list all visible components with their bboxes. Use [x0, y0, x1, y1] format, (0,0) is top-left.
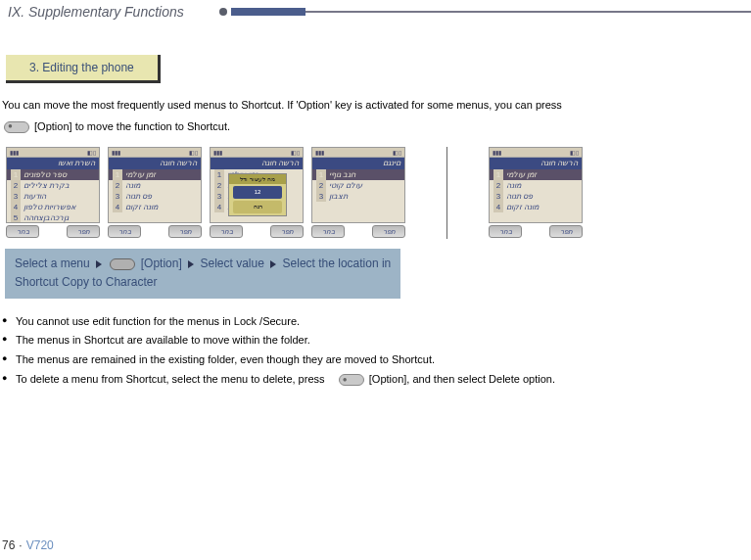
screen-1-list: 1ספר טלפונים 2בקרת צלילים 3הודעות 4אפשרו… — [7, 169, 99, 223]
header-accent-block — [231, 8, 305, 16]
model-name: V720 — [26, 538, 54, 552]
popup-title: מה לעשור ודל — [229, 174, 286, 184]
phone-screen-4: ▮▮▮◧▯ םינגם 1חגב גוףי 2עולם קוטי 3תצבון … — [311, 147, 405, 239]
instr-part2: [Option] — [141, 257, 182, 270]
option-key-icon — [4, 121, 29, 133]
chapter-title: IX. Supplementary Functions — [0, 0, 184, 23]
section-heading: 3. Editing the phone — [6, 55, 161, 83]
screen-5-list: 1זמן עולמי 2מונה 3פס תנוה 4מונה זקום — [490, 169, 582, 212]
screen-2-list: 1זמן עולמי 2מונה 3פס תנוה 4מונה זקום — [109, 169, 201, 212]
popup-row-2: רגח — [233, 201, 282, 213]
note-4: To delete a menu from Shortcut, select t… — [2, 370, 749, 390]
option-key-icon — [110, 258, 135, 270]
page-footer: 76·V720 — [2, 538, 54, 552]
screen-4-list: 1חגב גוףי 2עולם קוטי 3תצבון — [312, 169, 404, 202]
intro-line-1: You can move the most frequently used me… — [0, 97, 751, 115]
arrow-icon — [96, 260, 102, 268]
header-bullet-icon — [219, 8, 227, 16]
note-2: The menus in Shortcut are available to m… — [2, 331, 749, 350]
phone-screen-3: ▮▮▮◧▯ הרשה חוגה 1זמן עולמי 2מונה 3פס תנו… — [210, 147, 304, 239]
notes-list: You cannot use edit function for the men… — [0, 312, 751, 390]
phone-screen-5: ▮▮▮◧▯ הרשה חוגה 1זמן עולמי 2מונה 3פס תנו… — [489, 147, 583, 239]
phone-screen-2: ▮▮▮◧▯ הרשה חוגה 1זמן עולמי 2מונה 3פס תנו… — [108, 147, 202, 239]
note-1: You cannot use edit function for the men… — [2, 312, 749, 332]
chapter-header: IX. Supplementary Functions — [0, 0, 751, 23]
instruction-box: Select a menu [Option] Select value Sele… — [5, 249, 400, 298]
note-3: The menus are remained in the existing f… — [2, 350, 749, 370]
arrow-icon — [188, 260, 194, 268]
arrow-icon — [270, 260, 276, 268]
screenshots-row: ▮▮▮◧▯ השרת ואשו 1ספר טלפונים 2בקרת צלילי… — [0, 139, 751, 249]
option-key-icon — [339, 374, 364, 386]
instr-part5: Shortcut Copy to Character — [15, 275, 157, 289]
instr-part3: Select value — [200, 257, 263, 270]
popup-dialog: מה לעשור ודל 12 רגח — [228, 173, 287, 216]
intro-line-2-text: [Option] to move the function to Shortcu… — [34, 120, 230, 132]
intro-line-2: [Option] to move the function to Shortcu… — [0, 118, 751, 136]
instr-part1: Select a menu — [15, 257, 90, 270]
phone-screen-1: ▮▮▮◧▯ השרת ואשו 1ספר טלפונים 2בקרת צלילי… — [6, 147, 100, 239]
instr-part4: Select the location in — [283, 257, 392, 270]
page-number: 76 — [2, 538, 15, 552]
popup-row-1: 12 — [233, 186, 282, 199]
vertical-divider — [446, 147, 447, 239]
